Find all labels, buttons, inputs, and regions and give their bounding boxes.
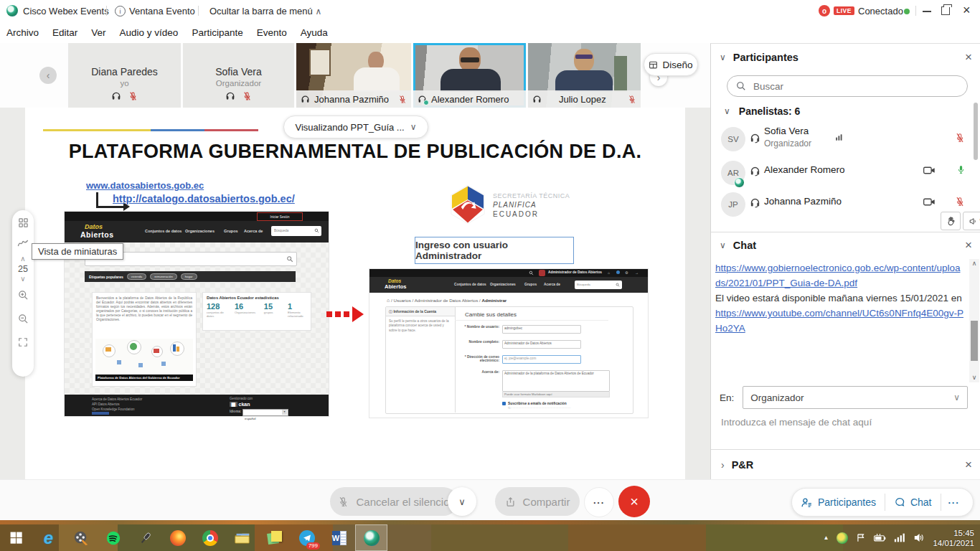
tray-antivirus-icon[interactable] — [837, 532, 848, 544]
stats-icon — [834, 133, 844, 142]
taskbar-firefox-icon[interactable] — [161, 524, 194, 551]
camera-on-icon[interactable] — [923, 166, 936, 175]
clock-date: 14/01/2021 — [933, 538, 974, 548]
camera-on-icon[interactable] — [923, 197, 936, 207]
raise-hand-button[interactable] — [941, 212, 961, 230]
taskbar-moviemaker-icon[interactable] — [65, 524, 97, 551]
tile-diana-paredes[interactable]: Diana Paredes yo — [68, 43, 181, 108]
taskbar-webex-icon-active[interactable] — [355, 524, 387, 551]
control-bar: Cancelar el silencio ∨ Compartir ··· × P… — [0, 479, 980, 521]
red-arrow — [326, 306, 364, 322]
info-icon: i — [115, 6, 126, 17]
tray-volume-icon[interactable] — [913, 532, 925, 543]
leave-button[interactable]: × — [618, 486, 650, 517]
mic-muted-icon — [628, 95, 636, 104]
logo-line3: ECUADOR — [493, 210, 570, 218]
menu-item-ayuda[interactable]: Ayuda — [301, 27, 328, 38]
participants-close-icon[interactable]: × — [965, 51, 972, 63]
start-button[interactable] — [0, 524, 32, 551]
taskbar-stickynotes-icon[interactable] — [258, 524, 291, 551]
more-panels-button[interactable]: ··· — [941, 497, 967, 508]
chat-to-select[interactable]: Organizador ∨ — [743, 386, 968, 409]
tag-pill: vivienda — [127, 273, 146, 280]
chat-message-text: El video estará disponible mañana vierne… — [715, 291, 965, 306]
page-up-icon[interactable]: ∧ — [20, 255, 25, 263]
annotate-icon[interactable] — [17, 238, 29, 248]
menu-item-ver[interactable]: Ver — [91, 27, 105, 38]
mic-muted-icon — [338, 496, 349, 508]
close-button[interactable]: × — [963, 3, 971, 18]
unmute-expand-button[interactable]: ∨ — [448, 487, 476, 516]
tile-julio-lopez[interactable]: Julio Lopez — [528, 43, 641, 108]
mic-live-icon[interactable] — [956, 164, 966, 176]
tile-sofia-vera[interactable]: Sofia Vera Organizador — [183, 43, 294, 108]
panelists-group-header[interactable]: ∨ Panelistas: 6 — [724, 105, 800, 117]
chat-toggle-button[interactable]: Chat — [885, 489, 941, 516]
taskbar-word-icon[interactable]: W — [323, 524, 355, 551]
minimize-button[interactable] — [923, 11, 931, 12]
feedback-button[interactable]: ∨ — [963, 212, 980, 230]
participant-name: Alexander Romero — [764, 164, 845, 175]
zoom-in-icon[interactable] — [18, 290, 29, 301]
participants-search[interactable] — [727, 75, 968, 97]
search-input[interactable] — [752, 80, 956, 93]
menubar: Archivo Editar Ver Audio y vídeo Partici… — [0, 22, 980, 43]
site1-footer: Acerca de Datos Abiertos Ecuador API Dat… — [65, 395, 329, 416]
share-button[interactable]: Compartir — [495, 487, 580, 516]
viewing-doc-button[interactable]: Visualizando PPT_Guía ... ∨ — [283, 116, 428, 138]
mic-muted-icon[interactable] — [955, 132, 965, 143]
menu-item-editar[interactable]: Editar — [52, 27, 77, 38]
chat-input[interactable]: Introduzca el mensaje de chat aquí — [721, 417, 965, 428]
layout-button-label: Diseño — [662, 60, 692, 70]
strip-prev-button[interactable]: ‹ — [39, 67, 57, 84]
taskbar-spotify-icon[interactable] — [97, 524, 129, 551]
menu-item-participante[interactable]: Participante — [192, 27, 242, 38]
participant-row-alexander[interactable]: AR Alexander Romero — [711, 157, 975, 189]
taskbar-mic-icon[interactable] — [129, 524, 161, 551]
participants-header[interactable]: ∨ Participantes × — [720, 51, 972, 63]
tray-clock[interactable]: 15:45 14/01/2021 — [933, 528, 974, 548]
chat-scrollbar[interactable]: ∧ ∨ — [969, 259, 979, 382]
unmute-button[interactable]: Cancelar el silencio — [330, 487, 458, 516]
chevron-down-icon: ∨ — [720, 241, 726, 250]
chat-to-label: En: — [720, 392, 734, 403]
menu-item-archivo[interactable]: Archivo — [6, 27, 39, 38]
page-down-icon[interactable]: ∨ — [20, 276, 25, 283]
participants-scrollbar[interactable] — [974, 103, 978, 160]
taskbar: e — [0, 524, 980, 551]
tile-johanna-pazmino[interactable]: Johanna Pazmiño — [296, 43, 411, 108]
mic-muted-icon[interactable] — [955, 196, 965, 207]
participant-row-johanna[interactable]: JP Johanna Pazmiño — [711, 189, 975, 220]
taskbar-chrome-icon[interactable] — [194, 524, 226, 551]
chat-close-icon[interactable]: × — [965, 239, 972, 251]
participant-row-sofia[interactable]: SV Sofia Vera Organizador — [711, 124, 975, 157]
qa-close-icon[interactable]: × — [965, 458, 972, 471]
participants-toggle-button[interactable]: Participantes — [792, 489, 885, 516]
tray-flag-icon[interactable] — [856, 532, 866, 543]
zoom-out-icon[interactable] — [18, 314, 29, 324]
tray-network-icon[interactable] — [894, 533, 905, 542]
chat-message-link[interactable]: https://www.youtube.com/channel/UCt6s0NF… — [715, 308, 963, 334]
menu-item-audio[interactable]: Audio y vídeo — [120, 27, 179, 38]
thumbnails-icon[interactable] — [18, 217, 29, 228]
taskbar-explorer-icon[interactable] — [226, 524, 258, 551]
hide-menubar-button[interactable]: Ocultar la barra de menú ∧ — [209, 6, 321, 17]
restore-button[interactable] — [941, 6, 950, 15]
participants-toggle-label: Participantes — [818, 496, 876, 508]
layout-button[interactable]: Diseño — [644, 53, 698, 76]
chat-message-link[interactable]: https://www.gobiernoelectronico.gob.ec/w… — [715, 263, 960, 288]
tray-battery-icon[interactable] — [874, 533, 886, 543]
fit-view-icon[interactable] — [18, 337, 28, 347]
tile-alexander-romero-active[interactable]: Alexander Romero — [413, 43, 526, 108]
more-options-button[interactable]: ··· — [584, 487, 614, 517]
menu-item-evento[interactable]: Evento — [257, 27, 287, 38]
qa-header[interactable]: › P&R × — [721, 458, 972, 471]
taskbar-telegram-icon[interactable]: 799 — [291, 524, 323, 551]
chat-header[interactable]: ∨ Chat × — [720, 239, 972, 251]
taskbar-ie-icon[interactable]: e — [32, 524, 65, 551]
participant-role: Organizador — [764, 138, 811, 149]
tray-expand-icon[interactable]: ▲ — [824, 534, 829, 541]
webex-logo-icon — [6, 5, 18, 17]
mic-muted-icon — [128, 91, 138, 101]
site1-nav-1: Conjuntos de datos — [145, 229, 182, 233]
